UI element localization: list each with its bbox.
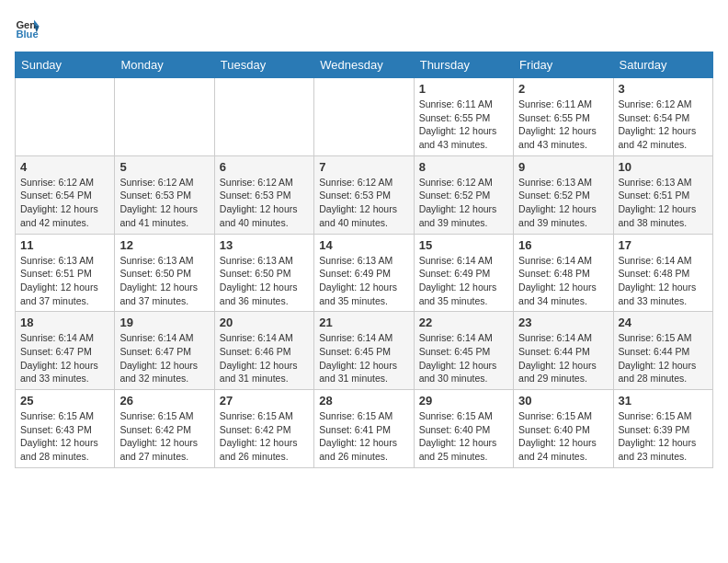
day-info: Sunrise: 6:13 AM Sunset: 6:51 PM Dayligh… bbox=[20, 254, 109, 308]
day-number: 8 bbox=[419, 160, 508, 174]
day-info: Sunrise: 6:11 AM Sunset: 6:55 PM Dayligh… bbox=[518, 98, 608, 152]
day-info: Sunrise: 6:15 AM Sunset: 6:39 PM Dayligh… bbox=[619, 409, 708, 464]
day-info: Sunrise: 6:14 AM Sunset: 6:48 PM Dayligh… bbox=[619, 254, 708, 308]
day-info: Sunrise: 6:14 AM Sunset: 6:47 PM Dayligh… bbox=[119, 331, 209, 385]
calendar-cell: 30Sunrise: 6:15 AM Sunset: 6:40 PM Dayli… bbox=[514, 390, 613, 468]
day-header-thursday: Thursday bbox=[414, 52, 513, 78]
day-info: Sunrise: 6:14 AM Sunset: 6:48 PM Dayligh… bbox=[518, 254, 608, 308]
calendar-cell: 4Sunrise: 6:12 AM Sunset: 6:54 PM Daylig… bbox=[16, 155, 115, 234]
calendar-cell: 13Sunrise: 6:13 AM Sunset: 6:50 PM Dayli… bbox=[214, 234, 313, 312]
calendar-week-3: 11Sunrise: 6:13 AM Sunset: 6:51 PM Dayli… bbox=[16, 234, 713, 312]
calendar-cell: 3Sunrise: 6:12 AM Sunset: 6:54 PM Daylig… bbox=[613, 78, 712, 156]
day-header-saturday: Saturday bbox=[613, 52, 712, 78]
day-info: Sunrise: 6:12 AM Sunset: 6:53 PM Dayligh… bbox=[220, 176, 309, 230]
day-info: Sunrise: 6:14 AM Sunset: 6:44 PM Dayligh… bbox=[518, 331, 608, 385]
calendar-cell: 11Sunrise: 6:13 AM Sunset: 6:51 PM Dayli… bbox=[16, 234, 115, 312]
day-info: Sunrise: 6:14 AM Sunset: 6:45 PM Dayligh… bbox=[319, 331, 408, 385]
day-info: Sunrise: 6:12 AM Sunset: 6:53 PM Dayligh… bbox=[319, 176, 408, 230]
day-number: 20 bbox=[220, 316, 309, 329]
day-number: 26 bbox=[119, 394, 209, 408]
day-number: 22 bbox=[419, 316, 508, 329]
calendar-cell: 27Sunrise: 6:15 AM Sunset: 6:42 PM Dayli… bbox=[214, 390, 313, 468]
calendar-week-2: 4Sunrise: 6:12 AM Sunset: 6:54 PM Daylig… bbox=[16, 155, 713, 234]
day-info: Sunrise: 6:14 AM Sunset: 6:49 PM Dayligh… bbox=[419, 254, 508, 308]
day-info: Sunrise: 6:15 AM Sunset: 6:43 PM Dayligh… bbox=[20, 409, 109, 464]
calendar-week-5: 25Sunrise: 6:15 AM Sunset: 6:43 PM Dayli… bbox=[16, 390, 713, 468]
calendar-cell: 1Sunrise: 6:11 AM Sunset: 6:55 PM Daylig… bbox=[414, 78, 513, 156]
calendar-cell: 28Sunrise: 6:15 AM Sunset: 6:41 PM Dayli… bbox=[314, 390, 414, 468]
day-info: Sunrise: 6:15 AM Sunset: 6:40 PM Dayligh… bbox=[419, 409, 508, 464]
calendar-cell: 14Sunrise: 6:13 AM Sunset: 6:49 PM Dayli… bbox=[314, 234, 414, 312]
day-info: Sunrise: 6:14 AM Sunset: 6:46 PM Dayligh… bbox=[220, 331, 309, 385]
calendar-cell: 6Sunrise: 6:12 AM Sunset: 6:53 PM Daylig… bbox=[214, 155, 313, 234]
logo: Gen Blue bbox=[15, 15, 44, 40]
calendar-cell: 7Sunrise: 6:12 AM Sunset: 6:53 PM Daylig… bbox=[314, 155, 414, 234]
day-info: Sunrise: 6:14 AM Sunset: 6:47 PM Dayligh… bbox=[20, 331, 109, 385]
day-number: 27 bbox=[220, 394, 309, 408]
calendar-cell: 16Sunrise: 6:14 AM Sunset: 6:48 PM Dayli… bbox=[514, 234, 613, 312]
calendar-cell: 5Sunrise: 6:12 AM Sunset: 6:53 PM Daylig… bbox=[115, 155, 214, 234]
calendar-cell: 21Sunrise: 6:14 AM Sunset: 6:45 PM Dayli… bbox=[314, 312, 414, 390]
day-number: 6 bbox=[220, 160, 309, 174]
day-number: 25 bbox=[20, 394, 109, 408]
calendar-cell: 2Sunrise: 6:11 AM Sunset: 6:55 PM Daylig… bbox=[514, 78, 613, 156]
calendar-cell: 26Sunrise: 6:15 AM Sunset: 6:42 PM Dayli… bbox=[115, 390, 214, 468]
day-number: 24 bbox=[619, 316, 708, 329]
day-number: 23 bbox=[518, 316, 608, 329]
day-number: 29 bbox=[419, 394, 508, 408]
day-info: Sunrise: 6:15 AM Sunset: 6:42 PM Dayligh… bbox=[119, 409, 209, 464]
day-number: 3 bbox=[619, 82, 708, 96]
calendar-cell: 8Sunrise: 6:12 AM Sunset: 6:52 PM Daylig… bbox=[414, 155, 513, 234]
calendar: SundayMondayTuesdayWednesdayThursdayFrid… bbox=[15, 52, 713, 468]
day-header-friday: Friday bbox=[514, 52, 613, 78]
day-number: 7 bbox=[319, 160, 408, 174]
calendar-cell: 12Sunrise: 6:13 AM Sunset: 6:50 PM Dayli… bbox=[115, 234, 214, 312]
day-header-tuesday: Tuesday bbox=[214, 52, 313, 78]
calendar-cell: 19Sunrise: 6:14 AM Sunset: 6:47 PM Dayli… bbox=[115, 312, 214, 390]
calendar-body: 1Sunrise: 6:11 AM Sunset: 6:55 PM Daylig… bbox=[16, 78, 713, 468]
calendar-cell: 17Sunrise: 6:14 AM Sunset: 6:48 PM Dayli… bbox=[613, 234, 712, 312]
calendar-week-1: 1Sunrise: 6:11 AM Sunset: 6:55 PM Daylig… bbox=[16, 78, 713, 156]
day-number: 9 bbox=[518, 160, 608, 174]
day-number: 21 bbox=[319, 316, 408, 329]
day-number: 4 bbox=[20, 160, 109, 174]
calendar-cell: 9Sunrise: 6:13 AM Sunset: 6:52 PM Daylig… bbox=[514, 155, 613, 234]
day-info: Sunrise: 6:13 AM Sunset: 6:52 PM Dayligh… bbox=[518, 176, 608, 230]
day-info: Sunrise: 6:14 AM Sunset: 6:45 PM Dayligh… bbox=[419, 331, 508, 385]
svg-text:Blue: Blue bbox=[16, 29, 38, 40]
calendar-cell: 31Sunrise: 6:15 AM Sunset: 6:39 PM Dayli… bbox=[613, 390, 712, 468]
day-number: 13 bbox=[220, 238, 309, 252]
day-header-monday: Monday bbox=[115, 52, 214, 78]
day-info: Sunrise: 6:13 AM Sunset: 6:50 PM Dayligh… bbox=[220, 254, 309, 308]
day-number: 19 bbox=[119, 316, 209, 329]
day-info: Sunrise: 6:15 AM Sunset: 6:40 PM Dayligh… bbox=[518, 409, 608, 464]
day-number: 17 bbox=[619, 238, 708, 252]
calendar-cell bbox=[16, 78, 115, 156]
day-number: 16 bbox=[518, 238, 608, 252]
day-info: Sunrise: 6:13 AM Sunset: 6:50 PM Dayligh… bbox=[119, 254, 209, 308]
day-number: 2 bbox=[518, 82, 608, 96]
day-info: Sunrise: 6:13 AM Sunset: 6:49 PM Dayligh… bbox=[319, 254, 408, 308]
calendar-week-4: 18Sunrise: 6:14 AM Sunset: 6:47 PM Dayli… bbox=[16, 312, 713, 390]
header: Gen Blue bbox=[15, 15, 713, 40]
day-info: Sunrise: 6:12 AM Sunset: 6:54 PM Dayligh… bbox=[619, 98, 708, 152]
calendar-cell bbox=[214, 78, 313, 156]
calendar-cell bbox=[314, 78, 414, 156]
calendar-cell: 25Sunrise: 6:15 AM Sunset: 6:43 PM Dayli… bbox=[16, 390, 115, 468]
day-number: 1 bbox=[419, 82, 508, 96]
day-info: Sunrise: 6:12 AM Sunset: 6:52 PM Dayligh… bbox=[419, 176, 508, 230]
day-info: Sunrise: 6:13 AM Sunset: 6:51 PM Dayligh… bbox=[619, 176, 708, 230]
day-number: 28 bbox=[319, 394, 408, 408]
day-number: 12 bbox=[119, 238, 209, 252]
day-info: Sunrise: 6:15 AM Sunset: 6:41 PM Dayligh… bbox=[319, 409, 408, 464]
day-number: 14 bbox=[319, 238, 408, 252]
calendar-cell: 10Sunrise: 6:13 AM Sunset: 6:51 PM Dayli… bbox=[613, 155, 712, 234]
day-number: 10 bbox=[619, 160, 708, 174]
calendar-cell bbox=[115, 78, 214, 156]
day-number: 5 bbox=[119, 160, 209, 174]
day-header-sunday: Sunday bbox=[16, 52, 115, 78]
day-number: 15 bbox=[419, 238, 508, 252]
calendar-cell: 22Sunrise: 6:14 AM Sunset: 6:45 PM Dayli… bbox=[414, 312, 513, 390]
calendar-cell: 20Sunrise: 6:14 AM Sunset: 6:46 PM Dayli… bbox=[214, 312, 313, 390]
day-info: Sunrise: 6:12 AM Sunset: 6:54 PM Dayligh… bbox=[20, 176, 109, 230]
